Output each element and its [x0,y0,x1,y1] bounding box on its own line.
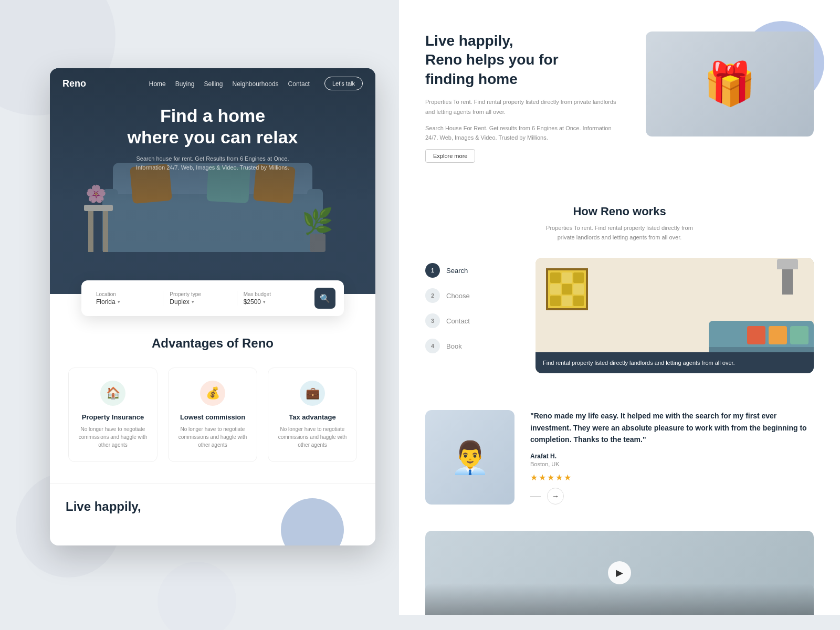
step-2[interactable]: 2 Choose [425,283,520,308]
step-2-label: Choose [446,292,470,300]
step-1-label: Search [446,267,468,275]
live-happily-title: Live happily, Reno helps you for finding… [425,32,625,89]
hero-title: Find a home where you can relax [50,105,375,148]
how-works-header: How Reno works Properties To rent. Find … [425,205,814,242]
tax-icon: 💼 [300,381,325,406]
how-works-section: How Reno works Properties To rent. Find … [399,184,840,394]
step-3-label: Contact [446,317,470,325]
testimonial-location: Boston, UK [530,461,814,467]
brand-logo: Reno [62,78,86,89]
live-happily-teaser: Live happily, [50,483,375,545]
live-happily-para2: Search House For Rent. Get results from … [425,123,625,143]
budget-label: Max budget [244,291,304,297]
insurance-icon: 🏠 [100,381,125,406]
hero-image-container: 🎁 [646,32,814,136]
step-4-num: 4 [425,339,440,353]
right-panel: Live happily, Reno helps you for finding… [399,0,840,630]
location-chevron-icon: ▾ [118,299,120,304]
advantage-insurance: 🏠 Property Insurance No longer have to n… [68,368,158,462]
navbar: Reno Home Buying Selling Neighbourhoods … [50,68,375,99]
location-value[interactable]: Florida ▾ [96,298,156,306]
budget-chevron-icon: ▾ [263,299,266,304]
step-2-num: 2 [425,288,440,303]
live-happily-section: Live happily, Reno helps you for finding… [399,0,840,184]
step-4-label: Book [446,342,462,350]
testimonial-author: Arafat H. [530,453,814,460]
search-button[interactable]: 🔍 [314,288,335,309]
explore-more-button[interactable]: Explore more [425,149,475,163]
commission-desc: No longer have to negotiate commissions … [177,425,248,449]
nav-contact[interactable]: Contact [288,80,310,88]
commission-icon: 💰 [200,381,225,406]
tax-name: Tax advantage [277,413,348,421]
budget-value[interactable]: $2500 ▾ [244,298,304,306]
live-happily-para1: Properties To rent. Find rental property… [425,97,625,117]
how-works-content: 1 Search 2 Choose 3 Contact 4 Book [425,258,814,373]
search-icon: 🔍 [320,293,330,303]
search-bar: Location Florida ▾ Property type Duplex … [81,280,344,316]
hero-person-image: 🎁 [646,32,814,136]
property-label: Property type [170,291,230,297]
steps-list: 1 Search 2 Choose 3 Contact 4 Book [425,258,520,359]
nav-buying[interactable]: Buying [175,80,195,88]
testimonial-text: "Reno made my life easy. It helped me wi… [530,410,814,505]
step-4[interactable]: 4 Book [425,333,520,359]
insurance-name: Property Insurance [77,413,149,421]
bottom-image-section: ▶ [399,520,840,615]
testimonial-person-image: 👨‍💼 [425,410,514,505]
nav-links: Home Buying Selling Neighbourhoods Conta… [149,77,363,90]
testimonial-next-button[interactable]: → [547,488,564,505]
room-caption: Find rental property listed directly lan… [536,352,814,374]
room-image: Find rental property listed directly lan… [536,258,814,373]
hero-subtitle: Search house for rent. Get Results from … [123,154,302,173]
advantage-commission: 💰 Lowest commission No longer have to ne… [168,368,257,462]
commission-name: Lowest commission [177,413,248,421]
testimonial-nav: → [530,488,814,505]
how-works-desc: Properties To rent. Find rental property… [541,224,698,242]
property-chevron-icon: ▾ [192,299,194,304]
step-3-num: 3 [425,313,440,328]
advantages-title: Advantages of Reno [66,336,360,351]
live-happily-text: Live happily, Reno helps you for finding… [425,32,625,163]
testimonial-section: 👨‍💼 "Reno made my life easy. It helped m… [399,394,840,520]
lets-talk-button[interactable]: Let's talk [324,77,363,90]
step-3[interactable]: 3 Contact [425,308,520,333]
testimonial-quote: "Reno made my life easy. It helped me wi… [530,410,814,445]
advantages-grid: 🏠 Property Insurance No longer have to n… [66,368,360,462]
left-panel: 🌸 Reno Home Buying Selling Neighbourhood… [50,68,375,545]
advantages-section: Advantages of Reno 🏠 Property Insurance … [50,294,375,483]
property-type-field[interactable]: Property type Duplex ▾ [163,291,237,306]
nav-selling[interactable]: Selling [204,80,223,88]
play-button[interactable]: ▶ [608,561,631,584]
hero-section: 🌸 Reno Home Buying Selling Neighbourhood… [50,68,375,294]
testimonial-stars: ★★★★★ [530,472,814,482]
property-value[interactable]: Duplex ▾ [170,298,230,306]
bottom-room-image: ▶ [425,531,814,615]
how-works-title: How Reno works [425,205,814,218]
step-1-num: 1 [425,263,440,278]
nav-line-divider [530,496,541,497]
nav-home[interactable]: Home [149,80,166,88]
insurance-desc: No longer have to negotiate commissions … [77,425,149,449]
location-field[interactable]: Location Florida ▾ [90,291,163,306]
nav-neighbourhoods[interactable]: Neighbourhoods [232,80,278,88]
location-label: Location [96,291,156,297]
tax-desc: No longer have to negotiate commissions … [277,425,348,449]
advantage-tax: 💼 Tax advantage No longer have to negoti… [268,368,357,462]
budget-field[interactable]: Max budget $2500 ▾ [237,291,310,306]
step-1[interactable]: 1 Search [425,258,520,283]
